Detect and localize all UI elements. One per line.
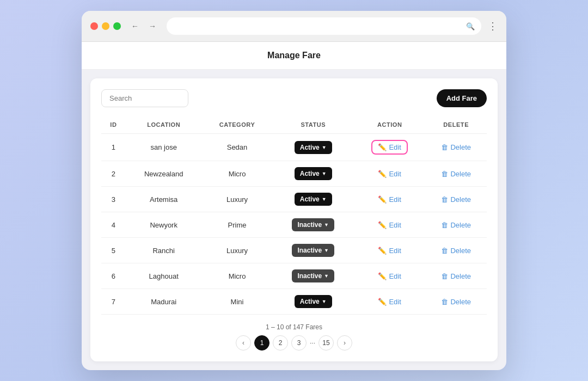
table-row: 6 Laghouat Micro Inactive ▼ ✏️Edit 🗑Dele…: [101, 263, 487, 289]
cell-category: Mini: [202, 289, 273, 315]
trash-icon: 🗑: [441, 272, 448, 280]
trash-icon: 🗑: [441, 298, 448, 306]
edit-button[interactable]: ✏️Edit: [378, 195, 401, 204]
cell-location: san jose: [126, 134, 202, 161]
table-row: 2 Newzealand Micro Active ▼ ✏️Edit 🗑Dele…: [101, 161, 487, 187]
edit-button[interactable]: ✏️Edit: [378, 247, 401, 255]
edit-icon: ✏️: [378, 170, 387, 178]
cell-delete: 🗑Delete: [425, 161, 487, 187]
edit-button[interactable]: ✏️Edit: [378, 298, 401, 306]
status-dropdown[interactable]: Inactive ▼: [292, 269, 334, 282]
delete-button[interactable]: 🗑Delete: [441, 170, 471, 178]
cell-delete: 🗑Delete: [425, 263, 487, 289]
col-delete: DELETE: [425, 116, 487, 134]
chevron-down-icon: ▼: [322, 171, 327, 176]
toolbar: Add Fare: [101, 89, 487, 107]
search-icon: 🔍: [466, 22, 475, 30]
status-dropdown[interactable]: Inactive ▼: [292, 244, 334, 257]
traffic-lights: [90, 22, 121, 30]
cell-status: Active ▼: [273, 289, 354, 315]
chevron-down-icon: ▼: [324, 222, 329, 228]
table-row: 3 Artemisa Luxury Active ▼ ✏️Edit 🗑Delet…: [101, 187, 487, 212]
cell-id: 3: [101, 187, 126, 212]
delete-button[interactable]: 🗑Delete: [441, 272, 471, 280]
cell-action: ✏️Edit: [354, 134, 425, 161]
edit-button[interactable]: ✏️Edit: [378, 221, 401, 229]
col-location: LOCATION: [126, 116, 202, 134]
trash-icon: 🗑: [441, 143, 448, 151]
status-dropdown[interactable]: Active ▼: [295, 167, 332, 180]
cell-category: Luxury: [202, 238, 273, 263]
cell-status: Inactive ▼: [273, 212, 354, 238]
menu-icon[interactable]: ⋮: [488, 20, 498, 32]
cell-action: ✏️Edit: [354, 161, 425, 187]
trash-icon: 🗑: [441, 247, 448, 255]
col-id: ID: [101, 116, 126, 134]
cell-category: Micro: [202, 263, 273, 289]
cell-location: Newzealand: [126, 161, 202, 187]
chevron-down-icon: ▼: [322, 299, 327, 304]
chevron-down-icon: ▼: [322, 145, 327, 150]
next-page-button[interactable]: ›: [337, 335, 352, 351]
edit-button[interactable]: ✏️Edit: [371, 140, 407, 155]
edit-icon: ✏️: [378, 272, 387, 280]
back-button[interactable]: ←: [127, 19, 143, 34]
pagination-info: 1 – 10 of 147 Fares: [101, 323, 487, 331]
delete-button[interactable]: 🗑Delete: [441, 221, 471, 229]
edit-button[interactable]: ✏️Edit: [378, 272, 401, 280]
page-title: Manage Fare: [82, 42, 506, 70]
table-body: 1 san jose Sedan Active ▼ ✏️Edit 🗑Delete…: [101, 134, 487, 315]
cell-location: Newyork: [126, 212, 202, 238]
add-fare-button[interactable]: Add Fare: [437, 89, 487, 107]
cell-id: 2: [101, 161, 126, 187]
cell-action: ✏️Edit: [354, 289, 425, 315]
forward-button[interactable]: →: [145, 19, 160, 34]
cell-category: Luxury: [202, 187, 273, 212]
chevron-down-icon: ▼: [322, 196, 327, 202]
maximize-button[interactable]: [113, 22, 121, 30]
minimize-button[interactable]: [102, 22, 109, 30]
delete-button[interactable]: 🗑Delete: [441, 298, 471, 306]
cell-category: Sedan: [202, 134, 273, 161]
cell-status: Active ▼: [273, 161, 354, 187]
page-2-button[interactable]: 2: [273, 335, 288, 351]
nav-buttons: ← →: [127, 19, 160, 34]
status-dropdown[interactable]: Active ▼: [295, 141, 332, 154]
status-dropdown[interactable]: Inactive ▼: [292, 218, 334, 231]
cell-location: Madurai: [126, 289, 202, 315]
cell-id: 4: [101, 212, 126, 238]
pagination: ‹ 1 2 3 ··· 15 ›: [101, 335, 487, 351]
cell-location: Artemisa: [126, 187, 202, 212]
delete-button[interactable]: 🗑Delete: [441, 247, 471, 255]
cell-id: 7: [101, 289, 126, 315]
page-content: Add Fare ID LOCATION CATEGORY STATUS ACT…: [90, 78, 498, 361]
close-button[interactable]: [90, 22, 98, 30]
status-dropdown[interactable]: Active ▼: [295, 193, 332, 206]
chevron-down-icon: ▼: [324, 273, 329, 279]
status-dropdown[interactable]: Active ▼: [295, 295, 332, 308]
table-row: 5 Ranchi Luxury Inactive ▼ ✏️Edit 🗑Delet…: [101, 238, 487, 263]
page-15-button[interactable]: 15: [318, 335, 334, 351]
cell-location: Laghouat: [126, 263, 202, 289]
cell-status: Inactive ▼: [273, 238, 354, 263]
delete-button[interactable]: 🗑Delete: [441, 143, 471, 151]
table-row: 1 san jose Sedan Active ▼ ✏️Edit 🗑Delete: [101, 134, 487, 161]
cell-delete: 🗑Delete: [425, 289, 487, 315]
edit-icon: ✏️: [378, 195, 387, 204]
address-bar[interactable]: 🔍: [167, 17, 481, 35]
col-category: CATEGORY: [202, 116, 273, 134]
edit-icon: ✏️: [378, 247, 387, 255]
cell-id: 5: [101, 238, 126, 263]
edit-icon: ✏️: [378, 221, 387, 229]
search-input[interactable]: [101, 89, 188, 107]
page-1-button[interactable]: 1: [254, 335, 270, 351]
cell-action: ✏️Edit: [354, 238, 425, 263]
cell-action: ✏️Edit: [354, 263, 425, 289]
edit-button[interactable]: ✏️Edit: [378, 170, 401, 178]
cell-delete: 🗑Delete: [425, 238, 487, 263]
browser-chrome: ← → 🔍 ⋮: [82, 11, 506, 42]
browser-window: ← → 🔍 ⋮ Manage Fare Add Fare ID LOCATION…: [82, 11, 506, 370]
prev-page-button[interactable]: ‹: [236, 335, 251, 351]
delete-button[interactable]: 🗑Delete: [441, 195, 471, 204]
page-3-button[interactable]: 3: [291, 335, 307, 351]
